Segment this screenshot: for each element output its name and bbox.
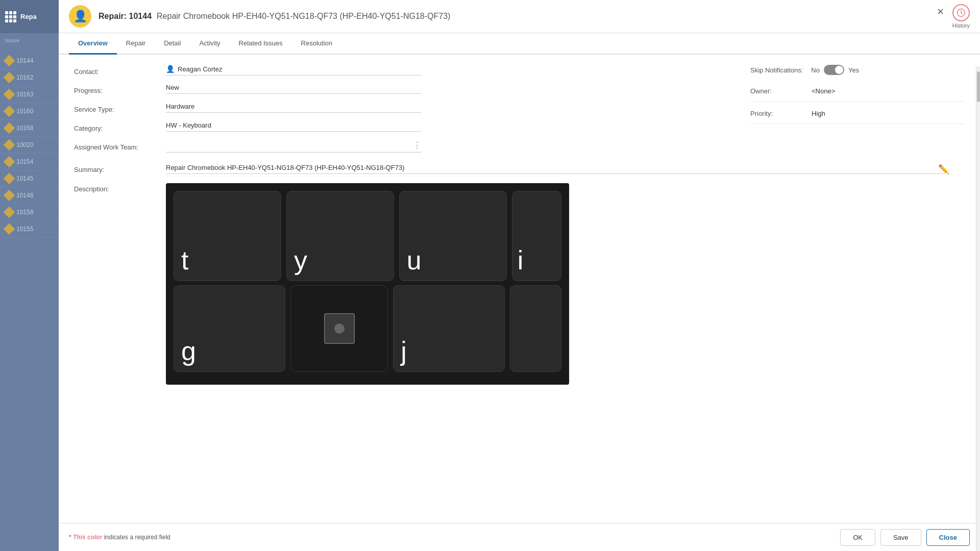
summary-text: Repair Chromebook HP-EH40-YQ51-NG18-QF73… bbox=[166, 164, 404, 171]
ticket-icon bbox=[4, 173, 15, 185]
tab-activity[interactable]: Activity bbox=[190, 33, 229, 55]
scrollbar-thumb[interactable] bbox=[977, 71, 980, 102]
sidebar-column-header: Issue bbox=[0, 33, 59, 47]
footer-note-suffix: indicates a required field bbox=[102, 534, 170, 541]
form-top-section: Contact: 👤 Reagan Cortez Progress: bbox=[59, 55, 980, 161]
color-indicator-text: This color bbox=[73, 534, 102, 541]
ticket-icon bbox=[4, 139, 15, 151]
toggle-container: No Yes bbox=[811, 65, 859, 75]
description-section: Description: t y u i bbox=[59, 178, 980, 388]
ticket-icon bbox=[4, 89, 15, 101]
sidebar-item-10020[interactable]: 10020 bbox=[0, 137, 59, 154]
ticket-icon bbox=[4, 190, 15, 202]
footer-required-note: * This color indicates a required field bbox=[69, 534, 835, 541]
sidebar-item-10144[interactable]: 10144 bbox=[0, 53, 59, 69]
ok-button[interactable]: OK bbox=[840, 529, 875, 546]
sidebar-item-10155[interactable]: 10155 bbox=[0, 221, 59, 238]
owner-label: Owner: bbox=[750, 87, 812, 95]
assigned-work-team-value: ⋮ bbox=[166, 140, 421, 153]
sidebar-item-label: 10144 bbox=[16, 57, 33, 64]
contact-row: Contact: 👤 Reagan Cortez bbox=[74, 65, 730, 76]
assigned-work-team-row: Assigned Work Team: ⋮ bbox=[74, 140, 730, 153]
more-options-icon[interactable]: ⋮ bbox=[413, 140, 421, 150]
sidebar-item-10168[interactable]: 10168 bbox=[0, 120, 59, 137]
sidebar: Repa Issue 10144 10162 10163 10160 101 bbox=[0, 0, 59, 551]
contact-label: Contact: bbox=[74, 65, 166, 76]
edit-pencil-icon[interactable]: ✏️ bbox=[938, 164, 949, 175]
ticket-icon bbox=[4, 207, 15, 218]
owner-row: Owner: <None> bbox=[750, 87, 965, 102]
service-type-text: Hardware bbox=[166, 103, 194, 110]
priority-value: High bbox=[812, 110, 825, 117]
priority-label: Priority: bbox=[750, 110, 812, 117]
sidebar-item-label: 10020 bbox=[16, 141, 33, 148]
ticket-icon bbox=[4, 156, 15, 168]
sidebar-item-label: 10158 bbox=[16, 209, 33, 216]
tab-detail[interactable]: Detail bbox=[155, 33, 190, 55]
skip-yes-label: Yes bbox=[848, 66, 859, 74]
form-left-column: Contact: 👤 Reagan Cortez Progress: bbox=[74, 65, 730, 161]
tab-overview[interactable]: Overview bbox=[69, 33, 117, 55]
progress-text: New bbox=[166, 84, 179, 91]
assigned-work-team-label: Assigned Work Team: bbox=[74, 140, 166, 151]
sidebar-list: 10144 10162 10163 10160 10168 10020 bbox=[0, 47, 59, 238]
sidebar-item-label: 10148 bbox=[16, 192, 33, 199]
modal-title-description: Repair Chromebook HP-EH40-YQ51-NG18-QF73… bbox=[157, 12, 450, 21]
progress-row: Progress: New bbox=[74, 84, 730, 94]
service-type-row: Service Type: Hardware bbox=[74, 103, 730, 113]
sidebar-item-10162[interactable]: 10162 bbox=[0, 69, 59, 86]
sidebar-item-10145[interactable]: 10145 bbox=[0, 170, 59, 187]
ticket-icon bbox=[4, 55, 15, 67]
skip-notifications-toggle[interactable] bbox=[824, 65, 844, 75]
grid-icon[interactable] bbox=[5, 11, 16, 22]
progress-value: New bbox=[166, 84, 421, 94]
tab-bar: Overview Repair Detail Activity Related … bbox=[59, 33, 980, 55]
ticket-icon bbox=[4, 72, 15, 84]
sidebar-item-label: 10163 bbox=[16, 91, 33, 98]
form-right-column: Skip Notifications: No Yes Owner: <None> bbox=[730, 65, 965, 161]
service-type-value: Hardware bbox=[166, 103, 421, 113]
sidebar-item-10163[interactable]: 10163 bbox=[0, 86, 59, 103]
avatar-emoji: 👤 bbox=[74, 10, 87, 23]
modal-header: 👤 Repair: 10144 Repair Chromebook HP-EH4… bbox=[59, 0, 980, 33]
history-label: History bbox=[952, 22, 970, 29]
summary-section: Summary: Repair Chromebook HP-EH40-YQ51-… bbox=[59, 161, 980, 178]
avatar: 👤 bbox=[69, 5, 91, 28]
sidebar-item-label: 10155 bbox=[16, 226, 33, 233]
ticket-icon bbox=[4, 223, 15, 235]
owner-value: <None> bbox=[812, 87, 835, 95]
sidebar-item-10160[interactable]: 10160 bbox=[0, 103, 59, 120]
vertical-scrollbar[interactable] bbox=[976, 66, 980, 551]
modal-title-id: Repair: 10144 bbox=[99, 12, 152, 21]
modal-body: Contact: 👤 Reagan Cortez Progress: bbox=[59, 55, 980, 523]
skip-no-label: No bbox=[811, 66, 820, 74]
priority-row: Priority: High bbox=[750, 110, 965, 124]
contact-value: 👤 Reagan Cortez bbox=[166, 65, 421, 76]
save-button[interactable]: Save bbox=[880, 529, 921, 546]
tab-related-issues[interactable]: Related Issues bbox=[230, 33, 292, 55]
app-title: Repa bbox=[20, 13, 37, 20]
skip-notifications-label: Skip Notifications: bbox=[750, 66, 803, 74]
category-label: Category: bbox=[74, 121, 166, 132]
sidebar-item-10148[interactable]: 10148 bbox=[0, 187, 59, 204]
summary-label: Summary: bbox=[74, 164, 166, 173]
tab-repair[interactable]: Repair bbox=[117, 33, 155, 55]
contact-person-icon: 👤 bbox=[166, 65, 175, 73]
sidebar-item-label: 10162 bbox=[16, 74, 33, 81]
sidebar-item-10158[interactable]: 10158 bbox=[0, 204, 59, 221]
tab-resolution[interactable]: Resolution bbox=[292, 33, 341, 55]
service-type-label: Service Type: bbox=[74, 103, 166, 113]
category-value: HW - Keyboard bbox=[166, 121, 421, 132]
skip-notifications-row: Skip Notifications: No Yes bbox=[750, 65, 965, 75]
toggle-thumb bbox=[835, 66, 843, 74]
close-button[interactable]: Close bbox=[926, 529, 970, 546]
asterisk-indicator: * bbox=[69, 534, 73, 541]
modal-close-x-button[interactable]: ✕ bbox=[937, 6, 944, 17]
history-button[interactable]: History bbox=[952, 4, 970, 29]
category-row: Category: HW - Keyboard bbox=[74, 121, 730, 132]
modal-footer: * This color indicates a required field … bbox=[59, 523, 980, 551]
progress-label: Progress: bbox=[74, 84, 166, 94]
sidebar-item-10154[interactable]: 10154 bbox=[0, 154, 59, 170]
contact-name: Reagan Cortez bbox=[178, 65, 222, 73]
history-clock-icon bbox=[952, 4, 970, 21]
